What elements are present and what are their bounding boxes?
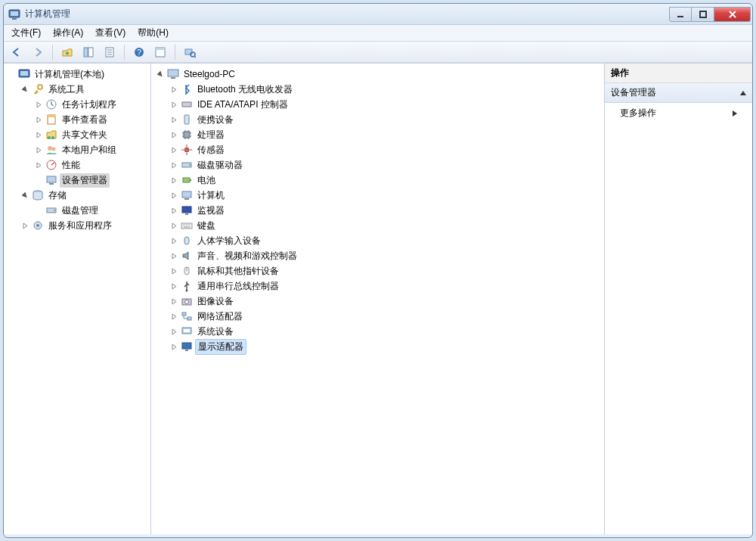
device-node-portable[interactable]: 便携设备 [169, 112, 604, 127]
expander-open-icon[interactable] [20, 191, 29, 200]
expander-closed-icon[interactable] [169, 266, 178, 275]
expander-closed-icon[interactable] [169, 176, 178, 185]
console-tree-pane[interactable]: 计算机管理(本地) 系统工具 [4, 64, 151, 534]
tree-node-event-viewer[interactable]: 事件查看器 [34, 112, 150, 127]
device-node-imaging[interactable]: 图像设备 [169, 294, 604, 309]
device-label: 声音、视频和游戏控制器 [195, 249, 299, 263]
expander-closed-icon[interactable] [169, 251, 178, 260]
users-icon [45, 144, 57, 156]
tree-node-system-tools[interactable]: 系统工具 [20, 82, 150, 97]
device-node-system_devices[interactable]: 系统设备 [169, 324, 604, 339]
device-node-usb[interactable]: 通用串行总线控制器 [169, 278, 604, 294]
expander-closed-icon[interactable] [169, 236, 178, 245]
cpu-icon [181, 129, 193, 141]
device-node-hid[interactable]: 人体学输入设备 [169, 233, 604, 248]
device-node-ide[interactable]: IDE ATA/ATAPI 控制器 [169, 97, 604, 112]
show-hide-tree-button[interactable] [80, 44, 97, 61]
tree-node-task-scheduler[interactable]: 任务计划程序 [34, 97, 150, 112]
device-node-sensor[interactable]: 传感器 [169, 142, 604, 157]
expander-closed-icon[interactable] [169, 281, 178, 291]
expander-closed-icon[interactable] [34, 160, 43, 169]
minimize-button[interactable] [669, 7, 692, 22]
up-level-button[interactable] [59, 44, 76, 61]
menu-view[interactable]: 查看(V) [95, 26, 125, 39]
expander-closed-icon[interactable] [34, 145, 43, 154]
console-tree-options-button[interactable] [152, 44, 169, 61]
expander-closed-icon[interactable] [169, 312, 178, 321]
expander-closed-icon[interactable] [169, 342, 178, 351]
maximize-button[interactable] [692, 7, 714, 22]
titlebar[interactable]: 计算机管理 [4, 4, 752, 25]
tree-node-performance[interactable]: 性能 [34, 157, 150, 173]
svg-point-24 [48, 136, 51, 139]
back-button[interactable] [8, 44, 25, 61]
content-area: 计算机管理(本地) 系统工具 [4, 63, 752, 534]
properties-button[interactable] [101, 44, 118, 61]
expander-closed-icon[interactable] [169, 160, 178, 169]
menu-file[interactable]: 文件(F) [11, 26, 41, 39]
expander-closed-icon[interactable] [169, 327, 178, 336]
expander-closed-icon[interactable] [169, 206, 178, 215]
expander-closed-icon[interactable] [169, 297, 178, 306]
device-node-display[interactable]: 显示适配器 [169, 339, 604, 354]
device-node-battery[interactable]: 电池 [169, 173, 604, 188]
expander-closed-icon[interactable] [169, 145, 178, 154]
window-title: 计算机管理 [25, 8, 70, 20]
menu-action[interactable]: 操作(A) [53, 26, 83, 39]
device-node-processor[interactable]: 处理器 [169, 127, 604, 142]
actions-section[interactable]: 设备管理器 [605, 83, 752, 103]
svg-rect-3 [677, 16, 683, 17]
device-node-monitor[interactable]: 监视器 [169, 203, 604, 218]
forward-button[interactable] [29, 44, 46, 61]
expander-closed-icon[interactable] [34, 130, 43, 139]
expander-open-icon[interactable] [156, 70, 165, 79]
tree-node-shared-folders[interactable]: 共享文件夹 [34, 127, 150, 142]
ide-icon [181, 98, 193, 110]
tree-label: 本地用户和组 [60, 143, 119, 157]
device-node-disk_drives[interactable]: 磁盘驱动器 [169, 157, 604, 173]
device-node-mouse[interactable]: 鼠标和其他指针设备 [169, 263, 604, 278]
storage-icon [32, 189, 44, 201]
device-node-computer[interactable]: Steelgod-PC [156, 67, 604, 82]
tools-icon [32, 83, 44, 95]
scan-hardware-button[interactable] [181, 44, 198, 61]
svg-line-17 [194, 56, 196, 58]
expander-closed-icon[interactable] [20, 221, 29, 230]
device-label: Steelgod-PC [181, 68, 237, 80]
device-node-bluetooth[interactable]: Bluetooth 无线电收发器 [169, 82, 604, 97]
svg-rect-38 [182, 102, 191, 107]
device-node-network[interactable]: 网络适配器 [169, 309, 604, 324]
toolbar-separator [175, 45, 175, 60]
tree-node-local-users[interactable]: 本地用户和组 [34, 142, 150, 157]
display-icon [181, 340, 193, 353]
svg-point-20 [38, 85, 42, 89]
expander-icon[interactable] [7, 70, 16, 79]
device-label: 计算机 [195, 188, 227, 203]
close-button[interactable] [714, 7, 751, 22]
device-tree-pane[interactable]: Steelgod-PC Bluetooth 无线电收发器IDE ATA/ATAP… [151, 64, 605, 534]
tree-node-services-apps[interactable]: 服务和应用程序 [20, 218, 150, 233]
expander-open-icon[interactable] [20, 85, 29, 94]
device-node-sound_video_game[interactable]: 声音、视频和游戏控制器 [169, 248, 604, 263]
expander-closed-icon[interactable] [169, 221, 178, 230]
expander-closed-icon[interactable] [34, 115, 43, 124]
system-icon [181, 325, 193, 337]
expander-closed-icon[interactable] [169, 85, 178, 94]
tree-node-disk-management[interactable]: 磁盘管理 [34, 203, 150, 218]
disk-icon [181, 159, 193, 171]
device-node-computer_cat[interactable]: 计算机 [169, 188, 604, 203]
tree-node-device-manager[interactable]: 设备管理器 [34, 173, 150, 188]
expander-closed-icon[interactable] [169, 100, 178, 109]
svg-rect-44 [183, 178, 190, 182]
tree-node-storage[interactable]: 存储 [20, 188, 150, 203]
tree-node-root[interactable]: 计算机管理(本地) [7, 67, 150, 82]
help-button[interactable]: ? [131, 44, 147, 61]
device-node-keyboard[interactable]: 键盘 [169, 218, 604, 233]
device-label: 键盘 [195, 219, 218, 233]
expander-closed-icon[interactable] [169, 191, 178, 200]
actions-more[interactable]: 更多操作 [605, 103, 752, 123]
expander-closed-icon[interactable] [169, 130, 178, 139]
expander-closed-icon[interactable] [34, 100, 43, 109]
menu-help[interactable]: 帮助(H) [138, 26, 169, 39]
expander-closed-icon[interactable] [169, 115, 178, 124]
